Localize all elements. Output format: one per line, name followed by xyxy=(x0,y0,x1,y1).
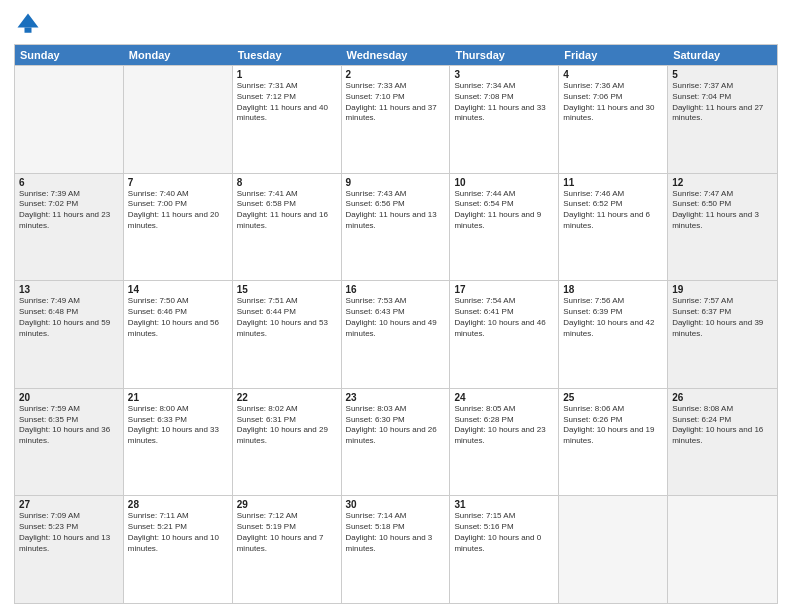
day-number: 14 xyxy=(128,284,228,295)
calendar-cell: 24Sunrise: 8:05 AM Sunset: 6:28 PM Dayli… xyxy=(450,389,559,496)
calendar-cell xyxy=(15,66,124,173)
cell-info: Sunrise: 7:51 AM Sunset: 6:44 PM Dayligh… xyxy=(237,296,337,339)
calendar-cell: 12Sunrise: 7:47 AM Sunset: 6:50 PM Dayli… xyxy=(668,174,777,281)
cell-info: Sunrise: 7:57 AM Sunset: 6:37 PM Dayligh… xyxy=(672,296,773,339)
day-number: 1 xyxy=(237,69,337,80)
calendar-cell: 21Sunrise: 8:00 AM Sunset: 6:33 PM Dayli… xyxy=(124,389,233,496)
page: SundayMondayTuesdayWednesdayThursdayFrid… xyxy=(0,0,792,612)
day-header-sunday: Sunday xyxy=(15,45,124,65)
day-number: 5 xyxy=(672,69,773,80)
cell-info: Sunrise: 7:43 AM Sunset: 6:56 PM Dayligh… xyxy=(346,189,446,232)
calendar-cell: 5Sunrise: 7:37 AM Sunset: 7:04 PM Daylig… xyxy=(668,66,777,173)
day-number: 6 xyxy=(19,177,119,188)
calendar-cell: 31Sunrise: 7:15 AM Sunset: 5:16 PM Dayli… xyxy=(450,496,559,603)
calendar-cell: 18Sunrise: 7:56 AM Sunset: 6:39 PM Dayli… xyxy=(559,281,668,388)
day-header-wednesday: Wednesday xyxy=(342,45,451,65)
calendar-cell: 28Sunrise: 7:11 AM Sunset: 5:21 PM Dayli… xyxy=(124,496,233,603)
day-number: 4 xyxy=(563,69,663,80)
cell-info: Sunrise: 8:05 AM Sunset: 6:28 PM Dayligh… xyxy=(454,404,554,447)
day-number: 13 xyxy=(19,284,119,295)
day-number: 15 xyxy=(237,284,337,295)
header xyxy=(14,10,778,38)
calendar-cell: 26Sunrise: 8:08 AM Sunset: 6:24 PM Dayli… xyxy=(668,389,777,496)
cell-info: Sunrise: 8:08 AM Sunset: 6:24 PM Dayligh… xyxy=(672,404,773,447)
cell-info: Sunrise: 7:56 AM Sunset: 6:39 PM Dayligh… xyxy=(563,296,663,339)
calendar-cell xyxy=(559,496,668,603)
day-number: 21 xyxy=(128,392,228,403)
cell-info: Sunrise: 7:09 AM Sunset: 5:23 PM Dayligh… xyxy=(19,511,119,554)
calendar-cell: 25Sunrise: 8:06 AM Sunset: 6:26 PM Dayli… xyxy=(559,389,668,496)
calendar-cell: 30Sunrise: 7:14 AM Sunset: 5:18 PM Dayli… xyxy=(342,496,451,603)
cell-info: Sunrise: 7:41 AM Sunset: 6:58 PM Dayligh… xyxy=(237,189,337,232)
calendar-cell: 8Sunrise: 7:41 AM Sunset: 6:58 PM Daylig… xyxy=(233,174,342,281)
cell-info: Sunrise: 7:44 AM Sunset: 6:54 PM Dayligh… xyxy=(454,189,554,232)
calendar-cell: 9Sunrise: 7:43 AM Sunset: 6:56 PM Daylig… xyxy=(342,174,451,281)
day-number: 27 xyxy=(19,499,119,510)
day-header-friday: Friday xyxy=(559,45,668,65)
cell-info: Sunrise: 7:33 AM Sunset: 7:10 PM Dayligh… xyxy=(346,81,446,124)
calendar-body: 1Sunrise: 7:31 AM Sunset: 7:12 PM Daylig… xyxy=(15,65,777,603)
logo-icon xyxy=(14,10,42,38)
cell-info: Sunrise: 7:36 AM Sunset: 7:06 PM Dayligh… xyxy=(563,81,663,124)
cell-info: Sunrise: 7:37 AM Sunset: 7:04 PM Dayligh… xyxy=(672,81,773,124)
day-number: 25 xyxy=(563,392,663,403)
calendar-cell: 4Sunrise: 7:36 AM Sunset: 7:06 PM Daylig… xyxy=(559,66,668,173)
day-number: 9 xyxy=(346,177,446,188)
calendar-cell: 11Sunrise: 7:46 AM Sunset: 6:52 PM Dayli… xyxy=(559,174,668,281)
calendar-row-1: 6Sunrise: 7:39 AM Sunset: 7:02 PM Daylig… xyxy=(15,173,777,281)
day-number: 2 xyxy=(346,69,446,80)
cell-info: Sunrise: 7:53 AM Sunset: 6:43 PM Dayligh… xyxy=(346,296,446,339)
calendar-row-3: 20Sunrise: 7:59 AM Sunset: 6:35 PM Dayli… xyxy=(15,388,777,496)
cell-info: Sunrise: 8:06 AM Sunset: 6:26 PM Dayligh… xyxy=(563,404,663,447)
cell-info: Sunrise: 7:54 AM Sunset: 6:41 PM Dayligh… xyxy=(454,296,554,339)
day-header-tuesday: Tuesday xyxy=(233,45,342,65)
calendar-cell: 15Sunrise: 7:51 AM Sunset: 6:44 PM Dayli… xyxy=(233,281,342,388)
cell-info: Sunrise: 7:40 AM Sunset: 7:00 PM Dayligh… xyxy=(128,189,228,232)
day-number: 30 xyxy=(346,499,446,510)
calendar-cell: 1Sunrise: 7:31 AM Sunset: 7:12 PM Daylig… xyxy=(233,66,342,173)
day-number: 8 xyxy=(237,177,337,188)
cell-info: Sunrise: 7:39 AM Sunset: 7:02 PM Dayligh… xyxy=(19,189,119,232)
calendar-header: SundayMondayTuesdayWednesdayThursdayFrid… xyxy=(15,45,777,65)
calendar-row-4: 27Sunrise: 7:09 AM Sunset: 5:23 PM Dayli… xyxy=(15,495,777,603)
calendar: SundayMondayTuesdayWednesdayThursdayFrid… xyxy=(14,44,778,604)
day-number: 3 xyxy=(454,69,554,80)
day-number: 22 xyxy=(237,392,337,403)
cell-info: Sunrise: 8:03 AM Sunset: 6:30 PM Dayligh… xyxy=(346,404,446,447)
calendar-cell: 29Sunrise: 7:12 AM Sunset: 5:19 PM Dayli… xyxy=(233,496,342,603)
cell-info: Sunrise: 7:11 AM Sunset: 5:21 PM Dayligh… xyxy=(128,511,228,554)
logo xyxy=(14,10,44,38)
day-number: 18 xyxy=(563,284,663,295)
cell-info: Sunrise: 7:49 AM Sunset: 6:48 PM Dayligh… xyxy=(19,296,119,339)
svg-marker-0 xyxy=(18,14,39,28)
day-number: 31 xyxy=(454,499,554,510)
day-number: 28 xyxy=(128,499,228,510)
calendar-row-0: 1Sunrise: 7:31 AM Sunset: 7:12 PM Daylig… xyxy=(15,65,777,173)
calendar-cell: 16Sunrise: 7:53 AM Sunset: 6:43 PM Dayli… xyxy=(342,281,451,388)
cell-info: Sunrise: 7:47 AM Sunset: 6:50 PM Dayligh… xyxy=(672,189,773,232)
svg-rect-1 xyxy=(25,28,32,33)
calendar-cell: 22Sunrise: 8:02 AM Sunset: 6:31 PM Dayli… xyxy=(233,389,342,496)
cell-info: Sunrise: 7:14 AM Sunset: 5:18 PM Dayligh… xyxy=(346,511,446,554)
cell-info: Sunrise: 7:59 AM Sunset: 6:35 PM Dayligh… xyxy=(19,404,119,447)
cell-info: Sunrise: 7:12 AM Sunset: 5:19 PM Dayligh… xyxy=(237,511,337,554)
day-number: 26 xyxy=(672,392,773,403)
cell-info: Sunrise: 7:46 AM Sunset: 6:52 PM Dayligh… xyxy=(563,189,663,232)
day-header-thursday: Thursday xyxy=(450,45,559,65)
calendar-cell xyxy=(124,66,233,173)
day-number: 17 xyxy=(454,284,554,295)
calendar-row-2: 13Sunrise: 7:49 AM Sunset: 6:48 PM Dayli… xyxy=(15,280,777,388)
day-number: 10 xyxy=(454,177,554,188)
cell-info: Sunrise: 8:02 AM Sunset: 6:31 PM Dayligh… xyxy=(237,404,337,447)
calendar-cell: 17Sunrise: 7:54 AM Sunset: 6:41 PM Dayli… xyxy=(450,281,559,388)
calendar-cell: 6Sunrise: 7:39 AM Sunset: 7:02 PM Daylig… xyxy=(15,174,124,281)
calendar-cell: 2Sunrise: 7:33 AM Sunset: 7:10 PM Daylig… xyxy=(342,66,451,173)
day-number: 29 xyxy=(237,499,337,510)
day-number: 7 xyxy=(128,177,228,188)
day-number: 24 xyxy=(454,392,554,403)
cell-info: Sunrise: 7:31 AM Sunset: 7:12 PM Dayligh… xyxy=(237,81,337,124)
cell-info: Sunrise: 7:15 AM Sunset: 5:16 PM Dayligh… xyxy=(454,511,554,554)
day-number: 11 xyxy=(563,177,663,188)
day-number: 20 xyxy=(19,392,119,403)
calendar-cell: 10Sunrise: 7:44 AM Sunset: 6:54 PM Dayli… xyxy=(450,174,559,281)
